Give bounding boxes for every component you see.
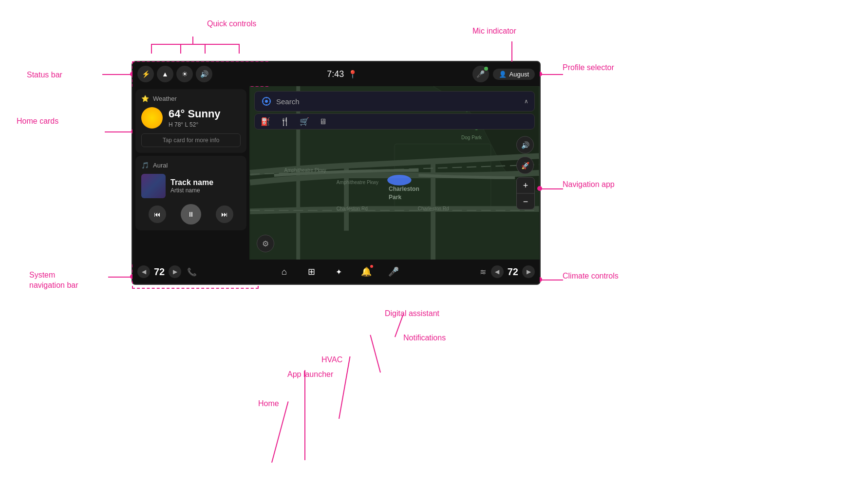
music-app-name: Aural [153, 162, 168, 169]
music-app-icon: 🎵 [141, 162, 149, 169]
prev-button[interactable]: ⏮ [149, 205, 166, 223]
temp-decrease-left[interactable]: ◀ [137, 265, 150, 278]
weather-tap-hint[interactable]: Tap card for more info [141, 133, 241, 147]
mic-indicator-button[interactable]: 🎤 [472, 66, 489, 82]
music-card[interactable]: 🎵 Aural Track name Artist name ⏮ ⏸ ⏭ [135, 156, 246, 230]
annotation-system-nav-bar: Systemnavigation bar [29, 270, 78, 291]
cart-icon[interactable]: 🛒 [300, 117, 309, 126]
weather-text: 64° Sunny H 78° L 52° [169, 108, 221, 128]
pause-button[interactable]: ⏸ [181, 204, 201, 224]
car-ui: ⚡ ▲ ☀ 🔊 7:43 📍 🎤 👤 August ⭐ Weather [132, 61, 541, 285]
map-categories: ⛽ 🍴 🛒 🖥 [254, 113, 535, 130]
weather-card[interactable]: ⭐ Weather 64° Sunny H 78° L 52° Tap card… [135, 89, 246, 153]
annotation-navigation-app: Navigation app [563, 180, 615, 189]
bottom-bar: ◀ 72 ▶ 📞 ⌂ ⊞ ✦ 🔔 🎤 ≋ ◀ 72 ▶ [132, 260, 540, 284]
next-button[interactable]: ⏭ [216, 205, 233, 223]
status-bar-right: 🎤 👤 August [472, 66, 535, 82]
location-icon: 📍 [348, 70, 358, 79]
annotation-home-cards: Home cards [17, 117, 58, 126]
annotation-digital-assistant: Digital assistant [385, 309, 439, 318]
annotation-climate-controls: Climate controls [563, 272, 619, 280]
temp-increase-right[interactable]: ▶ [522, 265, 535, 278]
fuel-icon[interactable]: ⛽ [261, 117, 270, 126]
climate-right: ≋ ◀ 72 ▶ [472, 265, 540, 278]
restaurant-icon[interactable]: 🍴 [280, 117, 290, 126]
status-bar-left: ⚡ ▲ ☀ 🔊 [137, 66, 212, 82]
svg-point-2 [387, 175, 411, 186]
climate-left: ◀ 72 ▶ 📞 [132, 265, 206, 278]
album-art-overlay [141, 174, 166, 198]
weather-range: H 78° L 52° [169, 121, 221, 128]
album-art [141, 174, 166, 198]
profile-selector[interactable]: 👤 August [493, 69, 535, 80]
fan-icon: ≋ [477, 267, 489, 277]
map-settings-button[interactable]: ⚙ [257, 235, 274, 252]
music-controls: ⏮ ⏸ ⏭ [141, 204, 241, 224]
weather-icon: ⭐ [141, 95, 149, 102]
mic-active-dot [484, 67, 488, 71]
track-name: Track name [170, 178, 213, 187]
temp-decrease-right[interactable]: ◀ [491, 265, 504, 278]
artist-name: Artist name [170, 187, 213, 194]
annotation-home: Home [258, 399, 279, 408]
profile-name: August [509, 71, 529, 78]
volume-icon[interactable]: 🔊 [196, 66, 212, 82]
weather-title: Weather [153, 95, 177, 102]
annotation-app-launcher: App launcher [287, 370, 333, 379]
annotation-status-bar: Status bar [27, 71, 62, 79]
svg-point-6 [265, 100, 268, 103]
notification-badge [370, 265, 373, 268]
left-panel: ⭐ Weather 64° Sunny H 78° L 52° Tap card… [132, 86, 249, 260]
maps-icon [261, 95, 272, 107]
map-controls-right: 🔊 🚀 + − [516, 136, 535, 210]
digital-assistant-button[interactable]: 🎤 [385, 263, 402, 280]
track-info: Track name Artist name [170, 178, 213, 194]
time-display: 7:43 [327, 69, 344, 79]
search-bar[interactable]: Search ∧ [254, 91, 535, 112]
phone-icon[interactable]: 📞 [183, 267, 201, 277]
map-search: Search ∧ ⛽ 🍴 🛒 🖥 [254, 91, 535, 130]
nav-center: ⌂ ⊞ ✦ 🔔 🎤 [206, 263, 472, 280]
home-button[interactable]: ⌂ [276, 263, 293, 280]
zoom-in-button[interactable]: + [517, 178, 534, 193]
search-text: Search [276, 97, 520, 106]
weather-temp: 64° Sunny [169, 108, 221, 120]
annotation-notifications: Notifications [403, 334, 446, 342]
temp-right: 72 [506, 266, 520, 278]
annotation-mic-indicator: Mic indicator [472, 27, 516, 36]
annotation-profile-selector: Profile selector [563, 63, 614, 72]
signal-icon[interactable]: ▲ [157, 66, 173, 82]
screen-icon[interactable]: 🖥 [319, 117, 327, 126]
notifications-button[interactable]: 🔔 [358, 263, 375, 280]
navigate-button[interactable]: 🚀 [516, 157, 534, 174]
profile-icon: 👤 [499, 71, 507, 78]
app-launcher-button[interactable]: ⊞ [303, 263, 320, 280]
temp-left: 72 [152, 266, 167, 278]
weather-main: 64° Sunny H 78° L 52° [141, 107, 241, 129]
weather-header: ⭐ Weather [141, 95, 241, 102]
bluetooth-icon[interactable]: ⚡ [137, 66, 154, 82]
brightness-icon[interactable]: ☀ [176, 66, 193, 82]
zoom-out-button[interactable]: − [517, 194, 534, 209]
annotation-hvac: HVAC [321, 355, 342, 364]
status-bar-center: 7:43 📍 [327, 69, 358, 79]
sun-icon [141, 107, 163, 129]
music-info: Track name Artist name [141, 174, 241, 198]
volume-map-button[interactable]: 🔊 [516, 136, 534, 154]
music-header: 🎵 Aural [141, 162, 241, 169]
temp-increase-left[interactable]: ▶ [169, 265, 181, 278]
zoom-controls: + − [516, 177, 535, 210]
annotation-quick-controls: Quick controls [207, 19, 256, 28]
hvac-button[interactable]: ✦ [330, 263, 348, 280]
status-bar: ⚡ ▲ ☀ 🔊 7:43 📍 🎤 👤 August [132, 62, 540, 86]
map-area[interactable]: Amphitheatre Pkwy Amphitheatre Pkwy Char… [249, 86, 540, 260]
search-chevron[interactable]: ∧ [524, 98, 528, 105]
